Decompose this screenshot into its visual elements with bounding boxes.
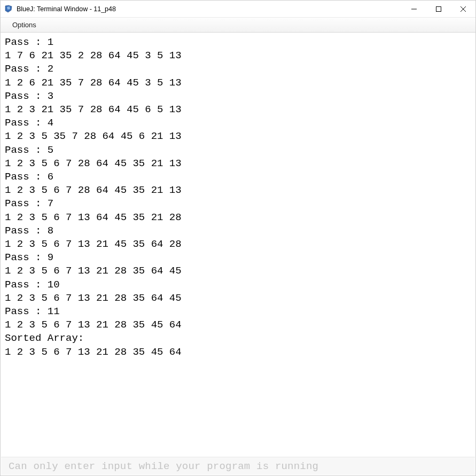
window-title: BlueJ: Terminal Window - 11_p48: [17, 5, 116, 13]
maximize-button[interactable]: [426, 1, 451, 17]
close-button[interactable]: [451, 1, 475, 17]
input-bar[interactable]: Can only enter input while your program …: [1, 457, 475, 475]
svg-rect-1: [436, 6, 441, 11]
window-root: BlueJ: Terminal Window - 11_p48 Options …: [1, 1, 475, 475]
titlebar[interactable]: BlueJ: Terminal Window - 11_p48: [1, 1, 475, 18]
input-placeholder: Can only enter input while your program …: [9, 461, 318, 472]
bluej-icon: [4, 4, 13, 14]
menubar: Options: [1, 18, 475, 33]
terminal-output: Pass : 1 1 7 6 21 35 2 28 64 45 3 5 13 P…: [1, 33, 475, 457]
minimize-button[interactable]: [402, 1, 426, 17]
window-controls: [402, 1, 475, 17]
menu-options[interactable]: Options: [8, 19, 41, 30]
